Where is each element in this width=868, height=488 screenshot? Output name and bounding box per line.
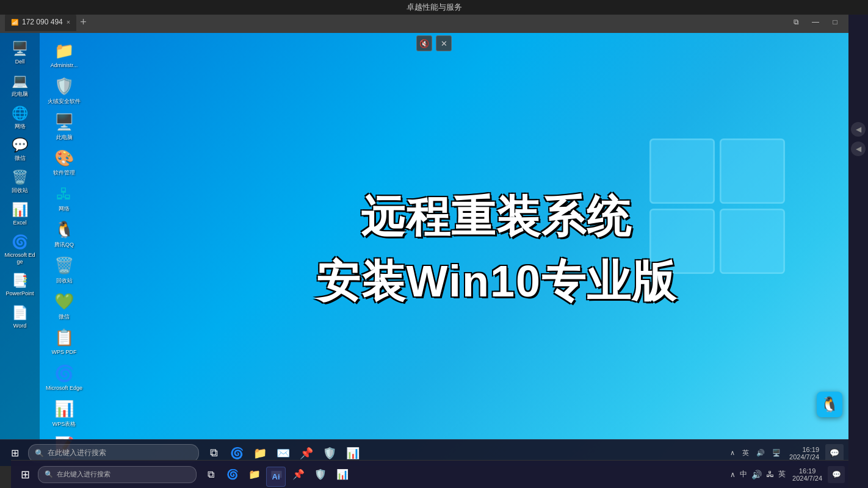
- tab-label: 172 090 494: [22, 18, 63, 26]
- huro-label: 火绒安全软件: [48, 98, 81, 105]
- wechat2-icon: 💚: [52, 290, 76, 314]
- desktop-icon-excel[interactable]: 📊 Excel: [2, 198, 38, 229]
- excel-label: Excel: [13, 220, 26, 226]
- desktop-icon-ppt[interactable]: 📑 PowerPoint: [2, 268, 38, 300]
- desktop-icon-net2[interactable]: 🖧 网络: [42, 180, 86, 215]
- media-controls: 🔇 ✕: [416, 35, 452, 51]
- tray-arrow[interactable]: ∧: [728, 448, 737, 458]
- outer-clock[interactable]: 16:19 2024/7/24: [789, 466, 826, 483]
- system-clock[interactable]: 16:19 2024/7/24: [786, 445, 823, 462]
- desktop-icons-col2: 📁 Administr... 🛡️ 火绒安全软件 🖥️ 此电脑 🎨 软件管理 🖧…: [40, 33, 89, 466]
- browser-tab[interactable]: 📶 172 090 494 ×: [5, 13, 76, 31]
- desktop-icon-recycle[interactable]: 🗑️ 回收站: [2, 165, 38, 196]
- tray-lang[interactable]: 英: [740, 447, 751, 459]
- outer-edge[interactable]: 🌀: [222, 464, 243, 485]
- desktop-icon-recycle2[interactable]: 🗑️ 回收站: [42, 252, 86, 287]
- outer-right-icon-2[interactable]: ◀: [851, 142, 866, 156]
- edge2-icon: 🌀: [52, 362, 76, 385]
- ppt-icon: 📑: [10, 271, 30, 290]
- net2-label: 网络: [59, 206, 70, 212]
- edge-icon: 🌀: [10, 232, 30, 252]
- outer-notification[interactable]: 💬: [828, 466, 845, 483]
- desktop-icon-wps-table[interactable]: 📊 WPS表格: [42, 395, 86, 430]
- outer-clock-date: 2024/7/24: [792, 475, 822, 482]
- outer-taskview[interactable]: ⧉: [200, 464, 221, 485]
- outer-right-icon-1[interactable]: ◀: [851, 122, 866, 137]
- network-label: 网络: [15, 123, 26, 130]
- computer-label: 此电脑: [56, 134, 73, 141]
- dell-icon: 🖥️: [10, 39, 30, 59]
- outer-security[interactable]: 🛡️: [310, 464, 331, 485]
- clock-date: 2024/7/24: [789, 453, 819, 461]
- desktop-icon-admin[interactable]: 📁 Administr...: [42, 37, 86, 71]
- outer-explorer[interactable]: 📁: [244, 464, 265, 485]
- restore-btn[interactable]: ⧉: [787, 15, 805, 29]
- desktop-icon-wechat[interactable]: 💬 微信: [2, 133, 38, 164]
- outer-tray-mid[interactable]: 中: [739, 468, 748, 481]
- desktop-icon-edge[interactable]: 🌀 Microsoft Edge: [2, 230, 38, 268]
- svg-rect-1: [720, 139, 784, 203]
- wpspdf-label: WPS PDF: [51, 349, 76, 356]
- desktop-icon-network[interactable]: 🌐 网络: [2, 101, 38, 132]
- notification-center-btn[interactable]: 💬: [825, 444, 844, 462]
- qq-icon: 🐧: [52, 218, 76, 242]
- mypc-label: 此电脑: [12, 91, 28, 98]
- windows-desktop: 🖥️ Dell 💻 此电脑 🌐 网络 💬 微信 🗑️ 回收站 📊 Exc: [0, 33, 848, 466]
- wechat-icon: 💬: [10, 135, 30, 155]
- tab-close-btn[interactable]: ×: [67, 18, 70, 26]
- maximize-btn[interactable]: □: [826, 15, 844, 29]
- edge2-label: Microsoft Edge: [46, 385, 82, 392]
- desktop-icon-computer[interactable]: 🖥️ 此电脑: [42, 109, 86, 143]
- tray-volume[interactable]: 🔊: [754, 448, 767, 458]
- network-icon: 🌐: [10, 104, 30, 123]
- outer-tray-lang[interactable]: 英: [777, 468, 787, 481]
- search-box[interactable]: 🔍 在此键入进行搜索: [28, 444, 199, 462]
- wechat-label: 微信: [15, 155, 26, 162]
- tab-new-btn[interactable]: +: [80, 16, 87, 29]
- desktop-icon-word[interactable]: 📄 Word: [2, 301, 38, 332]
- desktop-icon-qq[interactable]: 🐧 腾讯QQ: [42, 216, 86, 251]
- softmgr-icon: 🎨: [52, 146, 76, 170]
- desktop-icon-mypc[interactable]: 💻 此电脑: [2, 69, 38, 100]
- wps-table-icon: 📊: [52, 398, 76, 421]
- desktop-icon-wechat2[interactable]: 💚 微信: [42, 288, 86, 323]
- qq-float-button[interactable]: 🐧: [817, 392, 842, 417]
- outer-tray-net[interactable]: 🖧: [765, 468, 775, 480]
- tray-network[interactable]: 🖥️: [770, 448, 783, 458]
- computer-icon: 🖥️: [52, 111, 76, 134]
- outer-search-icon: 🔍: [45, 470, 53, 478]
- ppt-label: PowerPoint: [5, 290, 34, 297]
- outer-search-box[interactable]: 🔍 在此键入进行搜索: [38, 466, 197, 483]
- ai-button[interactable]: Ai: [266, 467, 286, 487]
- softmgr-label: 软件管理: [53, 170, 75, 176]
- mute-btn[interactable]: 🔇: [416, 35, 432, 51]
- outer-tray-vol[interactable]: 🔊: [750, 468, 763, 481]
- tab-signal-icon: 📶: [11, 19, 18, 26]
- outer-tencent[interactable]: 📌: [288, 464, 309, 485]
- dell-label: Dell: [15, 59, 25, 65]
- outer-search-text: 在此键入进行搜索: [57, 470, 110, 479]
- admin-label: Administr...: [51, 62, 78, 69]
- desktop-icon-dell[interactable]: 🖥️ Dell: [2, 37, 38, 68]
- wpspdf-icon: 📋: [52, 326, 76, 349]
- outer-tray-arrow[interactable]: ∧: [729, 469, 737, 480]
- outer-taskbar: ⊞ 🔍 在此键入进行搜索 ⧉ 🌀 📁 ✉️ 📌 🛡️ 📊 Ai ∧ 中 🔊 🖧 …: [11, 460, 848, 488]
- outer-right-panel: ◀ ◀: [848, 0, 868, 488]
- edge-label: Microsoft Edge: [5, 252, 35, 265]
- desktop-icon-wpspdf[interactable]: 📋 WPS PDF: [42, 323, 86, 358]
- outer-start-btn[interactable]: ⊞: [13, 464, 37, 485]
- admin-icon: 📁: [52, 39, 76, 62]
- media-close-btn[interactable]: ✕: [436, 35, 452, 51]
- outer-wps[interactable]: 📊: [332, 464, 353, 485]
- huro-icon: 🛡️: [52, 75, 76, 98]
- wps-table-label: WPS表格: [52, 421, 76, 428]
- recycle-label: 回收站: [12, 187, 28, 194]
- main-line1: 远程重装系统: [316, 188, 677, 246]
- mypc-icon: 💻: [10, 71, 30, 91]
- recycle2-icon: 🗑️: [52, 254, 76, 278]
- desktop-icon-softmgr[interactable]: 🎨 软件管理: [42, 144, 86, 179]
- desktop-icon-huro[interactable]: 🛡️ 火绒安全软件: [42, 73, 86, 107]
- desktop-icon-edge2[interactable]: 🌀 Microsoft Edge: [42, 359, 86, 394]
- minimize-btn[interactable]: —: [807, 15, 824, 29]
- word-icon: 📄: [10, 303, 30, 323]
